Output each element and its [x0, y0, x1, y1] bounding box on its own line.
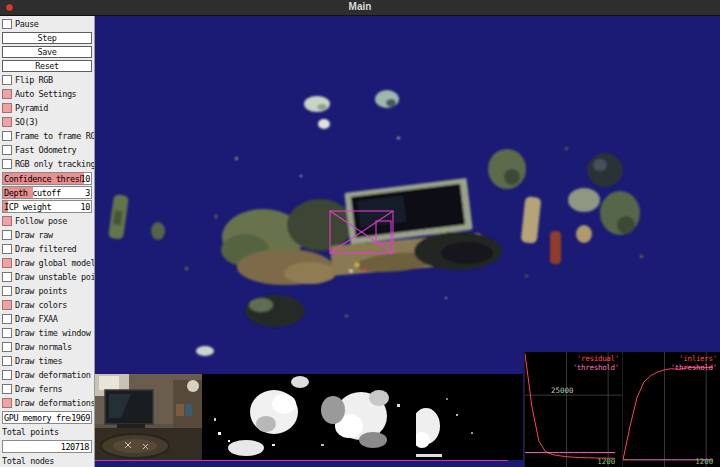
legend-entry: 'residual': [573, 354, 619, 363]
sidebar-buttonrow-save: Save: [0, 45, 94, 59]
checkbox-label: Draw times: [15, 356, 62, 366]
sidebar-checkbox-draw-normals[interactable]: Draw normals: [0, 340, 94, 354]
step-button[interactable]: Step: [2, 32, 92, 44]
sidebar-checkbox-pause[interactable]: Pause: [0, 17, 94, 31]
sidebar: PauseStepSaveResetFlip RGBAuto SettingsP…: [0, 15, 95, 467]
icp-weight-slider[interactable]: ICP weight10: [2, 200, 92, 213]
checkbox-icon: [2, 398, 12, 408]
sidebar-checkbox-frame-to-frame-rgb[interactable]: Frame to frame RGB: [0, 129, 94, 143]
sidebar-checkbox-draw-colors[interactable]: Draw colors: [0, 298, 94, 312]
checkbox-icon: [2, 103, 12, 113]
checkbox-icon: [2, 19, 12, 29]
checkbox-icon: [2, 286, 12, 296]
slider-label: GPU memory free: [4, 413, 71, 423]
checkbox-label: Frame to frame RGB: [15, 131, 94, 141]
total-points-value: 120718: [2, 440, 92, 453]
slider-value: 3: [85, 188, 90, 198]
checkbox-label: Pause: [15, 19, 39, 29]
checkbox-icon: [2, 230, 12, 240]
reset-button[interactable]: Reset: [2, 60, 92, 72]
sidebar-checkbox-draw-deformation-graph[interactable]: Draw deformation graph: [0, 368, 94, 382]
sidebar-checkbox-draw-unstable-points[interactable]: Draw unstable points: [0, 270, 94, 284]
sidebar-label-total-nodes: Total nodes: [0, 454, 94, 467]
sidebar-checkbox-draw-deformations[interactable]: Draw deformations: [0, 396, 94, 410]
window-title: Main: [0, 1, 720, 12]
slider-value: 10: [81, 202, 90, 212]
video-thumbnail-model-projection: [416, 374, 523, 460]
label-text: Total points: [2, 427, 59, 437]
checkbox-label: SO(3): [15, 117, 39, 127]
sidebar-checkbox-draw-points[interactable]: Draw points: [0, 284, 94, 298]
sidebar-checkbox-follow-pose[interactable]: Follow pose: [0, 214, 94, 228]
sidebar-checkbox-draw-raw[interactable]: Draw raw: [0, 228, 94, 242]
sidebar-checkbox-fast-odometry[interactable]: Fast Odometry: [0, 143, 94, 157]
main-window: Main: [0, 0, 720, 467]
plotters: 250001200'residual''threshold' 1200'inli…: [524, 352, 720, 467]
checkbox-label: Fast Odometry: [15, 145, 76, 155]
inliers-series-line: [623, 367, 713, 459]
video-thumbnail-rgb: [95, 374, 202, 460]
checkbox-label: Auto Settings: [15, 89, 76, 99]
y-tick-label: 25000: [551, 386, 574, 395]
checkbox-label: Draw filtered: [15, 244, 76, 254]
checkbox-label: Draw deformations: [15, 398, 94, 408]
checkbox-label: Draw points: [15, 286, 67, 296]
video-thumbnail-filtered-depth: [309, 374, 416, 460]
sidebar-buttonrow-step: Step: [0, 31, 94, 45]
legend-entry: 'inliers': [671, 354, 717, 363]
checkbox-label: Flip RGB: [15, 75, 53, 85]
checkbox-label: Draw deformation graph: [15, 370, 94, 380]
checkbox-icon: [2, 258, 12, 268]
checkbox-label: Draw colors: [15, 300, 67, 310]
sidebar-checkbox-draw-filtered[interactable]: Draw filtered: [0, 242, 94, 256]
sidebar-checkbox-so-3[interactable]: SO(3): [0, 115, 94, 129]
slider-label: ICP weight: [4, 202, 81, 212]
window-titlebar[interactable]: Main: [0, 0, 720, 16]
sidebar-checkbox-auto-settings[interactable]: Auto Settings: [0, 87, 94, 101]
checkbox-icon: [2, 89, 12, 99]
checkbox-icon: [2, 370, 12, 380]
checkbox-icon: [2, 272, 12, 282]
value-text: 120718: [61, 442, 89, 452]
video-thumbnail-depth: [202, 374, 309, 460]
plot-overflow-line: [95, 460, 508, 461]
residual-plot-panel[interactable]: 250001200'residual''threshold': [524, 352, 622, 467]
checkbox-label: Draw normals: [15, 342, 72, 352]
checkbox-label: Draw global model: [15, 258, 94, 268]
checkbox-label: Pyramid: [15, 103, 48, 113]
checkbox-icon: [2, 244, 12, 254]
sidebar-checkbox-draw-ferns[interactable]: Draw ferns: [0, 382, 94, 396]
plot-legend: 'inliers''threshold': [671, 354, 717, 372]
checkbox-icon: [2, 159, 12, 169]
checkbox-label: Draw raw: [15, 230, 53, 240]
checkbox-label: Draw time window: [15, 328, 90, 338]
sidebar-checkbox-flip-rgb[interactable]: Flip RGB: [0, 73, 94, 87]
sidebar-checkbox-pyramid[interactable]: Pyramid: [0, 101, 94, 115]
inliers-plot-panel[interactable]: 1200'inliers''threshold': [622, 352, 720, 467]
checkbox-label: Draw FXAA: [15, 314, 57, 324]
checkbox-icon: [2, 145, 12, 155]
sidebar-checkbox-draw-fxaa[interactable]: Draw FXAA: [0, 312, 94, 326]
checkbox-icon: [2, 216, 12, 226]
legend-entry: 'threshold': [671, 363, 717, 372]
slider-value: 1969: [71, 413, 90, 423]
confidence-threshold-slider[interactable]: Confidence threshold10: [2, 172, 92, 185]
checkbox-icon: [2, 117, 12, 127]
save-button[interactable]: Save: [2, 46, 92, 58]
label-text: Total nodes: [2, 456, 54, 466]
depth-cutoff-slider[interactable]: Depth cutoff3: [2, 186, 92, 199]
x-tick-label: 1200: [695, 457, 714, 466]
sidebar-checkbox-draw-global-model[interactable]: Draw global model: [0, 256, 94, 270]
sidebar-checkbox-rgb-only-tracking[interactable]: RGB only tracking: [0, 157, 94, 171]
checkbox-icon: [2, 356, 12, 366]
sidebar-checkbox-draw-time-window[interactable]: Draw time window: [0, 326, 94, 340]
checkbox-icon: [2, 342, 12, 352]
sidebar-checkbox-draw-times[interactable]: Draw times: [0, 354, 94, 368]
sidebar-label-total-points: Total points: [0, 425, 94, 439]
slider-value: 10: [81, 174, 90, 184]
checkbox-icon: [2, 131, 12, 141]
checkbox-label: RGB only tracking: [15, 159, 94, 169]
checkbox-icon: [2, 300, 12, 310]
gpu-memory-free-readout: GPU memory free1969: [2, 411, 92, 424]
checkbox-icon: [2, 314, 12, 324]
